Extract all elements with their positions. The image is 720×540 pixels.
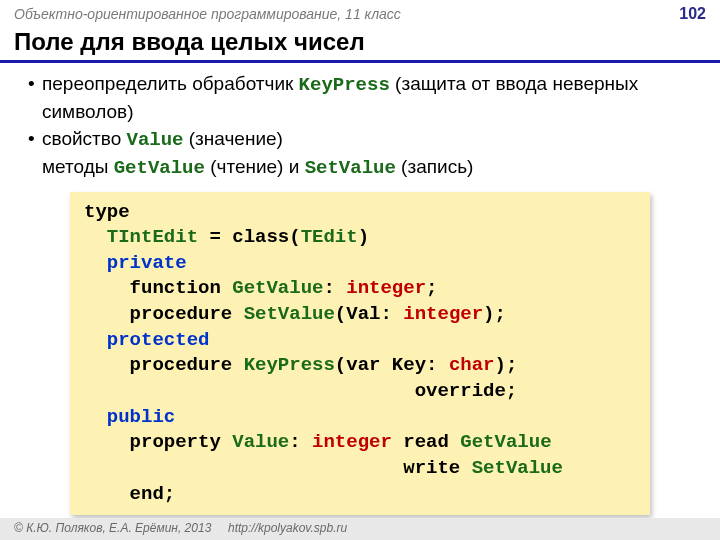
code-kw: read bbox=[392, 431, 460, 453]
text: переопределить обработчик bbox=[42, 73, 299, 94]
text: методы bbox=[42, 156, 114, 177]
footer-url: http://kpolyakov.spb.ru bbox=[228, 521, 347, 535]
code-sp bbox=[84, 329, 107, 351]
code-sp bbox=[84, 226, 107, 248]
code-ident: GetValue bbox=[232, 277, 323, 299]
text: (чтение) и bbox=[205, 156, 305, 177]
code-access: private bbox=[107, 252, 187, 274]
code-ident: SetValue bbox=[244, 303, 335, 325]
code-kw: : bbox=[289, 431, 312, 453]
code-kw: function bbox=[84, 277, 232, 299]
code-kw: ); bbox=[483, 303, 506, 325]
text: (значение) bbox=[184, 128, 283, 149]
keyword-setvalue: SetValue bbox=[305, 157, 396, 179]
code-ident: SetValue bbox=[472, 457, 563, 479]
code-ident: KeyPress bbox=[244, 354, 335, 376]
code-kw: end; bbox=[84, 483, 175, 505]
text: (запись) bbox=[396, 156, 474, 177]
code-ident: Value bbox=[232, 431, 289, 453]
code-class: TIntEdit bbox=[107, 226, 198, 248]
bullet-1: переопределить обработчик KeyPress (защи… bbox=[28, 71, 692, 124]
code-kw: (var Key: bbox=[335, 354, 449, 376]
code-kw: override; bbox=[84, 380, 517, 402]
code-kw: ) bbox=[358, 226, 369, 248]
slide-header: Объектно-ориентированное программировани… bbox=[0, 0, 720, 28]
code-sp bbox=[84, 406, 107, 428]
slide-content: переопределить обработчик KeyPress (защи… bbox=[0, 71, 720, 515]
code-kw: procedure bbox=[84, 354, 244, 376]
code-access: protected bbox=[107, 329, 210, 351]
code-kw: ; bbox=[426, 277, 437, 299]
course-label: Объектно-ориентированное программировани… bbox=[14, 6, 401, 22]
copyright: © К.Ю. Поляков, Е.А. Ерёмин, 2013 bbox=[14, 521, 211, 535]
code-kw: : bbox=[323, 277, 346, 299]
code-type: char bbox=[449, 354, 495, 376]
code-type: integer bbox=[403, 303, 483, 325]
slide-footer: © К.Ю. Поляков, Е.А. Ерёмин, 2013 http:/… bbox=[0, 518, 720, 540]
keyword-value: Value bbox=[127, 129, 184, 151]
code-kw: (Val: bbox=[335, 303, 403, 325]
code-kw: ); bbox=[495, 354, 518, 376]
page-number: 102 bbox=[679, 5, 706, 23]
code-block: type TIntEdit = class(TEdit) private fun… bbox=[70, 192, 650, 516]
code-access: public bbox=[107, 406, 175, 428]
code-type: integer bbox=[312, 431, 392, 453]
text: свойство bbox=[42, 128, 127, 149]
code-type: integer bbox=[346, 277, 426, 299]
bullet-2: свойство Value (значение) методы GetValu… bbox=[28, 126, 692, 181]
code-class: TEdit bbox=[301, 226, 358, 248]
slide-title: Поле для ввода целых чисел bbox=[0, 28, 720, 63]
keyword-getvalue: GetValue bbox=[114, 157, 205, 179]
code-kw: write bbox=[84, 457, 472, 479]
code-kw: property bbox=[84, 431, 232, 453]
code-kw: type bbox=[84, 201, 130, 223]
code-sp bbox=[84, 252, 107, 274]
keyword-keypress: KeyPress bbox=[299, 74, 390, 96]
code-ident: GetValue bbox=[460, 431, 551, 453]
code-kw: procedure bbox=[84, 303, 244, 325]
code-kw: = class( bbox=[198, 226, 301, 248]
